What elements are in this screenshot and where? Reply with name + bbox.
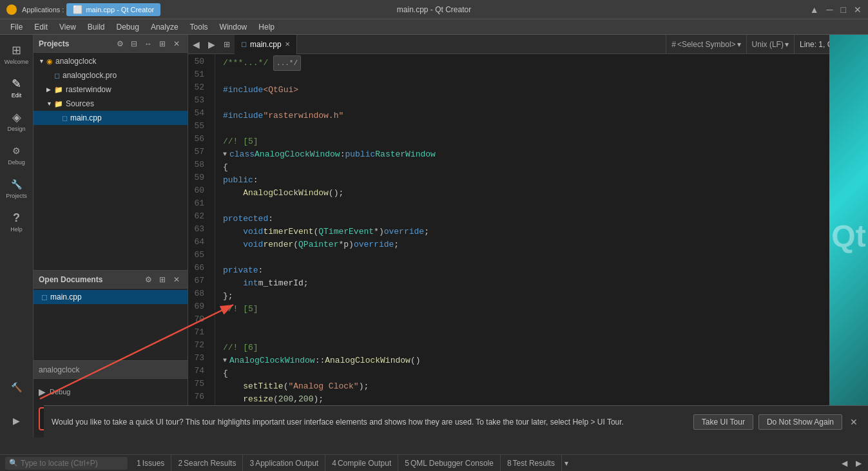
panel-container: Projects ⚙ ⊟ ↔ ⊞ ✕ ▼ ◉ analogclock — [34, 35, 188, 437]
code-line-67: int m_timerId; — [223, 277, 858, 290]
projects-close-btn[interactable]: ✕ — [171, 38, 182, 50]
arrow-sources: ▼ — [46, 101, 54, 107]
edit-icon: ✎ — [10, 77, 24, 91]
folder-icon-sources: 📁 — [54, 100, 63, 108]
menu-view[interactable]: View — [54, 21, 81, 33]
open-docs-close-btn[interactable]: ✕ — [171, 274, 182, 285]
notification-close-btn[interactable]: ✕ — [847, 416, 860, 428]
tab-test-results[interactable]: 8 Test Results — [501, 455, 562, 472]
panel-bottom-project: analogclock — [39, 365, 79, 374]
menu-help[interactable]: Help — [253, 21, 280, 33]
menu-analyze[interactable]: Analyze — [146, 21, 184, 33]
projects-sync-btn[interactable]: ↔ — [142, 38, 154, 50]
tab-issues-label: Issues — [142, 459, 165, 468]
tab-app-output[interactable]: 3 Application Output — [243, 455, 325, 472]
open-docs-title: Open Documents — [39, 275, 140, 284]
editor-tab-main-cpp[interactable]: ◻ main.cpp ✕ — [235, 35, 297, 54]
tab-qml-debugger[interactable]: 5 QML Debugger Console — [398, 455, 501, 472]
project-icon: ◉ — [46, 57, 53, 66]
sidebar-item-debug[interactable]: ⚙ Debug — [2, 138, 32, 171]
locate-input[interactable] — [21, 459, 124, 468]
tree-item-rasterwindow[interactable]: ▶ 📁 rasterwindow — [34, 82, 188, 97]
code-line-53 — [223, 97, 858, 110]
tab-search-results[interactable]: 2 Search Results — [171, 455, 243, 472]
projects-expand-btn[interactable]: ⊞ — [157, 38, 168, 50]
symbol-label: <Select Symbol> — [677, 40, 736, 49]
sidebar-label-edit: Edit — [12, 92, 22, 99]
code-line-64: void render(QPainter *p) override; — [223, 238, 858, 251]
doc-label-main-cpp: main.cpp — [50, 293, 82, 302]
sidebar-item-edit[interactable]: ✎ Edit — [2, 71, 32, 104]
do-not-show-button[interactable]: Do Not Show Again — [758, 414, 842, 430]
code-line-70 — [223, 316, 858, 329]
decorative-text: Qt — [831, 221, 865, 252]
encoding-selector[interactable]: Unix (LF) ▾ — [746, 35, 794, 53]
menu-window[interactable]: Window — [215, 21, 253, 33]
tab-nav-forward[interactable]: ▶ — [204, 35, 219, 54]
code-line-59: public: — [223, 174, 858, 187]
projects-filter-btn[interactable]: ⊟ — [128, 38, 140, 50]
take-tour-button[interactable]: Take UI Tour — [693, 414, 753, 430]
tree-item-analogclock[interactable]: ▼ ◉ analogclock — [34, 54, 188, 68]
folder-icon-raster: 📁 — [54, 86, 63, 94]
editor-tabs: ◀ ▶ ⊞ ◻ main.cpp ✕ # <Select Symbol> ▾ U… — [188, 35, 868, 54]
tab-compile-label: Compile Output — [338, 459, 391, 468]
tree-label-analogclock: analogclock — [55, 57, 96, 66]
code-editor[interactable]: 50 51 52 53 54 55 56 57 58 59 60 61 62 6… — [188, 54, 868, 437]
window-close[interactable]: ✕ — [854, 5, 862, 15]
tab-nav-back[interactable]: ◀ — [188, 35, 204, 54]
sidebar-label-design: Design — [7, 126, 25, 132]
tab-app-label: Application Output — [255, 459, 318, 468]
sidebar-item-projects[interactable]: 🔧 Projects — [2, 171, 32, 205]
code-line-56: //! [5] — [223, 135, 858, 148]
tab-search-num: 2 — [178, 459, 182, 468]
os-tab-label: main.cpp - Qt Creator — [86, 6, 154, 14]
code-line-69: //! [5] — [223, 303, 858, 316]
sidebar-item-welcome[interactable]: ⊞ Welcome — [2, 37, 32, 71]
tab-nav-split[interactable]: ⊞ — [219, 35, 235, 54]
symbol-selector[interactable]: # <Select Symbol> ▾ — [666, 35, 746, 53]
tab-compile-output[interactable]: 4 Compile Output — [325, 455, 398, 472]
projects-icon: 🔧 — [10, 177, 24, 191]
menu-tools[interactable]: Tools — [185, 21, 213, 33]
sidebar-item-build[interactable]: 🔨 — [2, 370, 32, 404]
bottom-left-btn[interactable]: ◀ — [837, 456, 851, 470]
tree-label-sources: Sources — [66, 99, 94, 108]
code-content[interactable]: /***...*/ ...*/ #include <QtGui> #includ… — [215, 54, 858, 437]
code-line-74: { — [223, 367, 858, 380]
title-bar-left: Applications : ⬜ main.cpp - Qt Creator — [6, 3, 160, 16]
tree-item-main-cpp[interactable]: ◻ main.cpp — [34, 111, 188, 125]
code-line-60: AnalogClockWindow(); — [223, 187, 858, 200]
design-icon: ◈ — [10, 110, 24, 124]
open-docs-header: Open Documents ⚙ ⊞ ✕ — [34, 271, 188, 289]
sidebar-item-run[interactable]: ▶ — [2, 404, 32, 437]
window-maximize[interactable]: □ — [841, 5, 846, 15]
menu-build[interactable]: Build — [82, 21, 110, 33]
tree-item-analogclock-pro[interactable]: ◻ analogclock.pro — [34, 68, 188, 82]
sidebar-item-design[interactable]: ◈ Design — [2, 104, 32, 138]
open-docs-split-btn[interactable]: ⊞ — [157, 274, 168, 285]
menu-edit[interactable]: Edit — [29, 21, 53, 33]
run-icon: ▶ — [10, 414, 24, 428]
tree-label-rasterwindow: rasterwindow — [66, 85, 111, 94]
encoding-label: Unix (LF) — [752, 40, 784, 49]
tree-item-sources[interactable]: ▼ 📁 Sources — [34, 97, 188, 111]
tab-compile-num: 4 — [332, 459, 336, 468]
os-tab[interactable]: ⬜ main.cpp - Qt Creator — [66, 3, 160, 16]
open-docs-settings-btn[interactable]: ⚙ — [142, 274, 154, 285]
tab-dropdown-icon[interactable]: ▾ — [564, 459, 568, 468]
bottom-right-btn[interactable]: ▶ — [851, 456, 865, 470]
code-line-54: #include "rasterwindow.h" — [223, 110, 858, 122]
doc-item-main-cpp[interactable]: ◻ main.cpp — [34, 290, 188, 304]
menu-debug[interactable]: Debug — [111, 21, 144, 33]
window-minimize[interactable]: ─ — [827, 5, 833, 15]
code-line-61 — [223, 200, 858, 213]
tab-issues[interactable]: 1 Issues — [130, 455, 171, 472]
tab-close-btn[interactable]: ✕ — [285, 41, 290, 48]
menu-file[interactable]: File — [5, 21, 28, 33]
window-up[interactable]: ▲ — [810, 5, 819, 15]
sidebar-item-help[interactable]: ? Help — [2, 205, 32, 238]
app-logo — [6, 5, 17, 15]
os-tab-icon: ⬜ — [73, 5, 82, 14]
projects-settings-btn[interactable]: ⚙ — [114, 38, 126, 50]
